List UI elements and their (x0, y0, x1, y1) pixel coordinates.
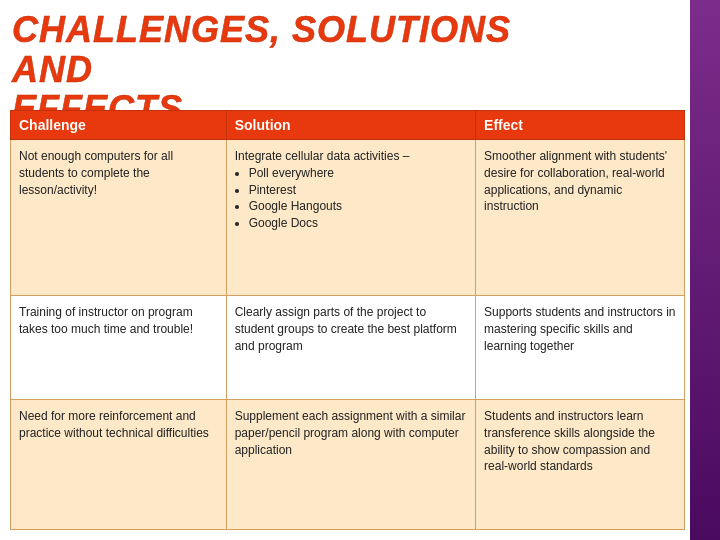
solution-list-item: Pinterest (249, 182, 467, 199)
cell-solution: Supplement each assignment with a simila… (226, 399, 475, 529)
solution-list-item: Google Hangouts (249, 198, 467, 215)
header-challenge: Challenge (11, 111, 227, 140)
table-row: Not enough computers for all students to… (11, 140, 685, 296)
header-effect: Effect (476, 111, 685, 140)
cell-effect: Smoother alignment with students' desire… (476, 140, 685, 296)
cell-effect: Students and instructors learn transfere… (476, 399, 685, 529)
cell-solution: Integrate cellular data activities –Poll… (226, 140, 475, 296)
page-container: CHALLENGES, SOLUTIONS AND EFFECTS Challe… (0, 0, 720, 540)
title-line1: CHALLENGES, SOLUTIONS AND (12, 10, 512, 89)
table-header-row: Challenge Solution Effect (11, 111, 685, 140)
table-row: Training of instructor on program takes … (11, 295, 685, 399)
cell-solution: Clearly assign parts of the project to s… (226, 295, 475, 399)
cell-challenge: Need for more reinforcement and practice… (11, 399, 227, 529)
table-wrapper: Challenge Solution Effect Not enough com… (10, 110, 685, 530)
cell-challenge: Not enough computers for all students to… (11, 140, 227, 296)
cell-effect: Supports students and instructors in mas… (476, 295, 685, 399)
table-row: Need for more reinforcement and practice… (11, 399, 685, 529)
right-decorative-bar (690, 0, 720, 540)
challenges-table: Challenge Solution Effect Not enough com… (10, 110, 685, 530)
cell-challenge: Training of instructor on program takes … (11, 295, 227, 399)
solution-list-item: Poll everywhere (249, 165, 467, 182)
header-solution: Solution (226, 111, 475, 140)
solution-list-item: Google Docs (249, 215, 467, 232)
